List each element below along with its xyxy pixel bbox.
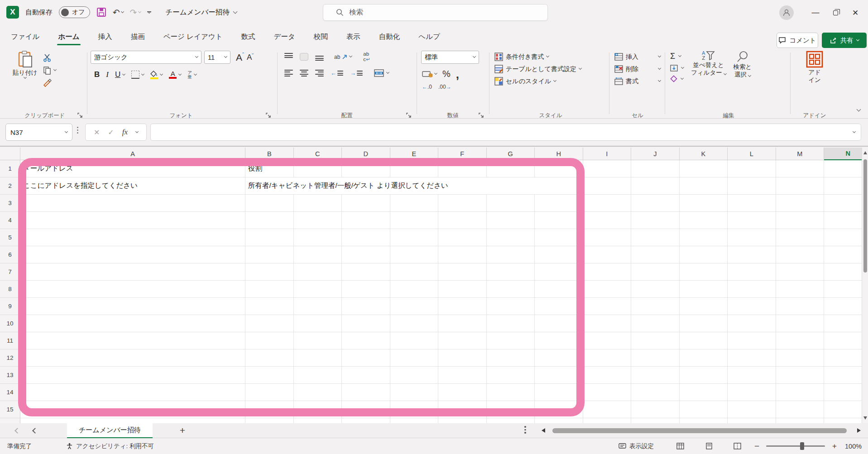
grid-cell-N7[interactable] <box>824 263 862 281</box>
grid-cell-J16[interactable] <box>631 418 680 423</box>
grid-cell-D16[interactable] <box>342 418 390 423</box>
format-cells-button[interactable]: 書式 <box>614 75 661 87</box>
addins-button[interactable]: アド イン <box>801 51 828 84</box>
grid-cell-L1[interactable] <box>728 160 776 177</box>
grid-cell-B10[interactable] <box>245 315 294 332</box>
grid-cell-K7[interactable] <box>680 263 728 281</box>
row-header-11[interactable]: 11 <box>0 332 20 349</box>
grid-cell-F1[interactable] <box>438 160 487 177</box>
grid-cell-M9[interactable] <box>776 298 825 315</box>
grid-cell-A5[interactable] <box>20 229 245 246</box>
grid-cell-N4[interactable] <box>824 212 862 229</box>
conditional-formatting-button[interactable]: 条件付き書式 <box>494 51 607 63</box>
grid-cell-G9[interactable] <box>487 298 535 315</box>
grid-cell-H1[interactable] <box>535 160 583 177</box>
grid-cell-E4[interactable] <box>390 212 439 229</box>
grid-cell-N16[interactable] <box>824 418 862 423</box>
sheet-bar-options-icon[interactable] <box>524 426 526 434</box>
vertical-scrollbar[interactable] <box>862 148 868 423</box>
grid-cell-G8[interactable] <box>487 281 535 298</box>
grid-cell-H9[interactable] <box>535 298 583 315</box>
grid-cell-M8[interactable] <box>776 281 825 298</box>
grid-cell-J11[interactable] <box>631 332 680 349</box>
grid-cell-L7[interactable] <box>728 263 776 281</box>
increase-font-size-button[interactable]: Aˆ <box>236 52 244 63</box>
zoom-out-button[interactable]: − <box>754 441 759 451</box>
grid-cell-H7[interactable] <box>535 263 583 281</box>
grid-cell-L5[interactable] <box>728 229 776 246</box>
grid-cell-C3[interactable] <box>294 195 342 212</box>
grid-cell-G13[interactable] <box>487 367 535 384</box>
grid-cell-N8[interactable] <box>824 281 862 298</box>
grid-cell-M2[interactable] <box>776 177 825 195</box>
copy-button[interactable] <box>43 66 56 75</box>
grid-cell-I1[interactable] <box>583 160 632 177</box>
tab-home[interactable]: ホーム <box>57 29 80 44</box>
row-header-16[interactable]: 16 <box>0 418 20 423</box>
grid-cell-A16[interactable] <box>20 418 245 423</box>
column-header-J[interactable]: J <box>631 148 680 160</box>
grid-cell-I13[interactable] <box>583 367 632 384</box>
find-select-button[interactable]: 検索と 選択 <box>734 51 752 82</box>
grid-cell-D9[interactable] <box>342 298 390 315</box>
grid-cell-D12[interactable] <box>342 349 390 367</box>
grid-cell-H6[interactable] <box>535 246 583 263</box>
column-header-C[interactable]: C <box>294 148 342 160</box>
grid-cell-K10[interactable] <box>680 315 728 332</box>
grid-cell-M4[interactable] <box>776 212 825 229</box>
grid-cell-D8[interactable] <box>342 281 390 298</box>
grid-cell-L16[interactable] <box>728 418 776 423</box>
align-bottom-button[interactable] <box>315 53 324 61</box>
grid-cell-N3[interactable] <box>824 195 862 212</box>
grid-cell-E11[interactable] <box>390 332 439 349</box>
comma-style-button[interactable]: , <box>456 72 459 76</box>
grid-cell-D13[interactable] <box>342 367 390 384</box>
grid-cell-A10[interactable] <box>20 315 245 332</box>
grid-cell-M15[interactable] <box>776 401 825 418</box>
clear-button[interactable] <box>670 75 684 82</box>
name-box[interactable]: N37 <box>5 124 72 141</box>
accounting-format-button[interactable] <box>422 71 437 78</box>
comments-button[interactable]: コメント <box>777 33 818 48</box>
align-middle-button[interactable] <box>300 53 308 61</box>
grid-cell-C4[interactable] <box>294 212 342 229</box>
grid-cell-N5[interactable] <box>824 229 862 246</box>
grid-cell-N13[interactable] <box>824 367 862 384</box>
grid-cell-K16[interactable] <box>680 418 728 423</box>
insert-cells-button[interactable]: 挿入 <box>614 51 661 63</box>
tab-view[interactable]: 表示 <box>345 29 361 44</box>
grid-cell-I4[interactable] <box>583 212 632 229</box>
grid-cell-A9[interactable] <box>20 298 245 315</box>
grid-cell-K8[interactable] <box>680 281 728 298</box>
align-left-button[interactable] <box>284 70 293 77</box>
column-header-M[interactable]: M <box>776 148 825 160</box>
grid-cell-K9[interactable] <box>680 298 728 315</box>
grid-cell-M7[interactable] <box>776 263 825 281</box>
horizontal-scrollbar[interactable] <box>550 427 854 435</box>
grid-cell-A7[interactable] <box>20 263 245 281</box>
tab-formulas[interactable]: 数式 <box>240 29 256 44</box>
zoom-slider[interactable] <box>766 445 825 447</box>
grid-cell-A14[interactable] <box>20 384 245 401</box>
grid-cell-G7[interactable] <box>487 263 535 281</box>
number-format-select[interactable]: 標準 <box>421 51 479 64</box>
grid-cell-I16[interactable] <box>583 418 632 423</box>
grid-cell-D10[interactable] <box>342 315 390 332</box>
decrease-decimal-button[interactable]: .00→ <box>438 84 451 90</box>
scroll-up-icon[interactable] <box>863 151 867 154</box>
zoom-slider-thumb[interactable] <box>800 442 804 450</box>
grid-cell-B14[interactable] <box>245 384 294 401</box>
grid-cell-A2[interactable]: ここにアドレスを指定してください <box>20 177 245 195</box>
grid-cell-J8[interactable] <box>631 281 680 298</box>
grid-cell-D1[interactable] <box>342 160 390 177</box>
expand-formula-bar-icon[interactable] <box>853 129 856 133</box>
orientation-button[interactable]: ab <box>334 54 352 60</box>
grid-cell-A13[interactable] <box>20 367 245 384</box>
paste-button[interactable]: 貼り付け <box>13 51 38 87</box>
grid-cell-M13[interactable] <box>776 367 825 384</box>
grid-cell-B12[interactable] <box>245 349 294 367</box>
grid-cell-D15[interactable] <box>342 401 390 418</box>
restore-button[interactable] <box>825 4 845 22</box>
redo-button[interactable]: ↷ <box>130 7 141 18</box>
column-header-F[interactable]: F <box>438 148 487 160</box>
